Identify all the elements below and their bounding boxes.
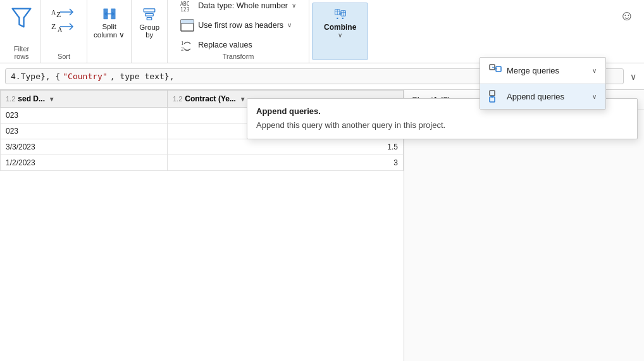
svg-text:■: ■ xyxy=(342,16,344,20)
col-type-1: 1.2 xyxy=(173,95,182,103)
sort-label: Sort xyxy=(41,53,87,60)
sort-za-icon: Z A xyxy=(51,21,77,32)
replace-values-button[interactable]: 1 2 Replace values xyxy=(176,36,300,54)
group-by-section[interactable]: Groupby xyxy=(132,0,168,63)
svg-rect-35 xyxy=(490,91,495,96)
group-by-label: Groupby xyxy=(139,23,159,39)
append-queries-icon xyxy=(489,90,502,103)
smiley-icon: ☺ xyxy=(620,8,634,24)
append-queries-item[interactable]: Append queries ∨ xyxy=(480,84,605,109)
first-row-label: Use first row as headers xyxy=(198,21,283,30)
sort-az-button[interactable]: A Z xyxy=(47,5,80,19)
append-queries-arrow: ∨ xyxy=(592,93,597,100)
combine-dropdown-arrow: ∨ xyxy=(338,32,342,39)
split-column-icon xyxy=(98,6,121,22)
append-queries-label: Append queries xyxy=(507,92,564,101)
col-name-0: sed D... xyxy=(18,94,45,103)
svg-marker-0 xyxy=(13,9,31,27)
combine-dropdown-menu: Merge queries ∨ Append queries ∨ xyxy=(480,57,606,110)
combine-section[interactable]: ■ ■ Combine ∨ xyxy=(312,3,368,60)
formula-expand-button[interactable]: ∨ xyxy=(628,69,639,84)
data-type-label: Data type: Whole number xyxy=(198,1,288,10)
data-type-icon: ABC 123 xyxy=(180,0,194,12)
split-column-label: Splitcolumn ∨ xyxy=(94,23,125,39)
svg-text:2: 2 xyxy=(181,46,184,51)
svg-text:Z: Z xyxy=(56,10,61,18)
cell-2-0: 3/3/2023 xyxy=(1,139,168,155)
col-header-0: 1.2 sed D... ▾ xyxy=(1,91,168,108)
svg-rect-20 xyxy=(181,20,194,23)
filter-icon xyxy=(10,6,33,29)
merge-queries-icon xyxy=(489,64,502,77)
first-row-icon xyxy=(180,19,194,32)
col-dropdown-1[interactable]: ▾ xyxy=(241,96,244,103)
split-column-section[interactable]: Splitcolumn ∨ xyxy=(87,0,132,63)
table-row: 1/2/2023 3 xyxy=(1,155,404,171)
filter-rows-section[interactable]: Filterrows xyxy=(3,0,41,63)
sort-az-icon: A Z xyxy=(51,6,77,18)
first-row-headers-button[interactable]: Use first row as headers ∨ xyxy=(176,16,300,34)
toolbar-spacer xyxy=(371,0,641,63)
replace-values-icon: 1 2 xyxy=(180,39,194,51)
transform-label: Transform xyxy=(168,53,309,60)
sort-za-button[interactable]: Z A xyxy=(47,20,80,34)
data-type-arrow: ∨ xyxy=(292,2,296,9)
filter-rows-label: Filterrows xyxy=(3,45,40,60)
col-name-1: Contract (Ye... xyxy=(185,94,236,103)
svg-text:A: A xyxy=(51,9,56,16)
merge-queries-item[interactable]: Merge queries ∨ xyxy=(480,58,605,84)
sort-section: A Z Z A Sort xyxy=(41,0,87,63)
svg-rect-14 xyxy=(146,13,154,16)
first-row-arrow: ∨ xyxy=(287,22,292,28)
svg-rect-15 xyxy=(147,18,152,20)
sort-group: A Z Z A xyxy=(47,5,80,34)
cell-3-0: 1/2/2023 xyxy=(1,155,168,171)
data-type-button[interactable]: ABC 123 Data type: Whole number ∨ xyxy=(176,0,300,15)
split-dropdown-arrow: ∨ xyxy=(119,31,125,39)
col-type-0: 1.2 xyxy=(6,95,15,103)
formula-string: "Country" xyxy=(63,72,107,81)
cell-0-0: 023 xyxy=(1,108,168,124)
merge-queries-arrow: ∨ xyxy=(592,67,597,74)
svg-text:■: ■ xyxy=(337,16,338,20)
svg-text:ABC: ABC xyxy=(180,1,190,7)
cell-3-1: 3 xyxy=(167,155,403,171)
tooltip-description: Append this query with another query in … xyxy=(256,120,628,131)
replace-values-label: Replace values xyxy=(198,41,252,49)
cell-2-1: 1.5 xyxy=(167,139,403,155)
table-row: 3/3/2023 1.5 xyxy=(1,139,404,155)
combine-icon: ■ ■ xyxy=(328,8,353,22)
toolbar: Filterrows A Z Z A xyxy=(0,0,644,63)
cell-1-0: 023 xyxy=(1,124,168,139)
col-dropdown-0[interactable]: ▾ xyxy=(50,96,53,103)
svg-text:123: 123 xyxy=(180,7,190,12)
svg-rect-13 xyxy=(144,9,156,12)
group-by-icon xyxy=(138,6,161,22)
svg-text:Z: Z xyxy=(51,22,56,31)
formula-prefix: 4.Type}, { xyxy=(11,72,60,81)
transform-section: ABC 123 Data type: Whole number ∨ Use fi… xyxy=(168,0,309,63)
formula-suffix: , type text}, xyxy=(110,72,175,81)
combine-label: Combine xyxy=(324,23,356,32)
merge-queries-label: Merge queries xyxy=(507,66,559,75)
